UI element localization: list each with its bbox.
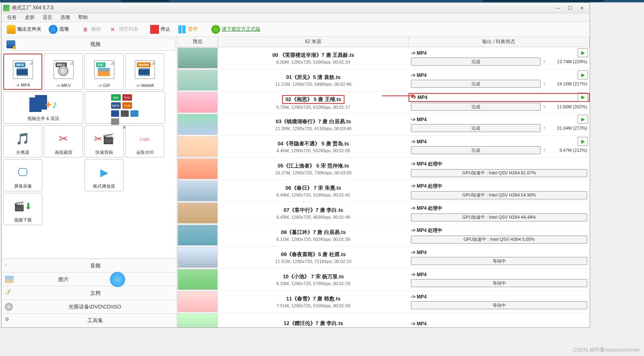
table-row[interactable]: 11《春雪》7 唐 韩愈.ts7.51M, 1280x720, 515Kbps,…	[177, 291, 590, 313]
output-format: -> MP4 处理中	[411, 205, 587, 212]
close-button[interactable]: ✕	[576, 4, 588, 12]
format-merge[interactable]: +♪视频合并 & 混流	[3, 91, 83, 124]
menu-help[interactable]: 帮助	[75, 14, 91, 21]
options-button[interactable]: 选项	[46, 24, 72, 35]
background-decoration	[0, 0, 644, 2]
table-row[interactable]: 00 《芙蓉楼送辛渐》7 唐 王昌龄.ts6.00M, 1280x720, 52…	[177, 47, 590, 69]
options-icon	[49, 25, 58, 34]
play-button[interactable]: ▶	[578, 48, 588, 57]
format-mp4[interactable]: MP4-> MP4	[3, 54, 42, 90]
pause-icon	[178, 25, 186, 34]
format-avi[interactable]: AVIFLVMOVVOB-> AVI WMV MPG ....	[85, 91, 165, 124]
thumbnail	[178, 48, 218, 68]
col-status[interactable]: 输出 / 转换状态	[409, 37, 590, 47]
format-quickcut[interactable]: ✂🎬快速剪辑	[85, 125, 124, 157]
table-row[interactable]: 01《所见》5 清 袁枚.ts11.12M, 1280x720, 548Kbps…	[177, 69, 590, 91]
output-format: -> MP4	[411, 50, 587, 56]
thumbnail	[178, 70, 218, 91]
source-cell: 04《寻隐者不遇》 5 唐 贾岛.ts4.45M, 1280x720, 552K…	[218, 136, 409, 157]
table-row[interactable]: 10《小池》 7 宋 杨万里.ts6.33M, 1280x720, 576Kbp…	[177, 269, 590, 291]
video-icon	[6, 40, 15, 48]
category-video-header[interactable]: 视频	[3, 38, 175, 51]
menu-lang[interactable]: 语言	[39, 14, 56, 21]
table-row[interactable]: 06《春日》 7 宋 朱熹.ts6.49M, 1280x720, 518Kbps…	[177, 180, 590, 202]
format-crop[interactable]: ✂画面裁剪	[44, 125, 83, 157]
format-watermark[interactable]: Logo去除水印	[125, 125, 164, 157]
column-headers: 预览 62 来源 输出 / 转换状态	[177, 37, 590, 47]
table-row[interactable]: 03《钱塘湖春行》7 唐 白居易.ts11.39M, 1280x720, 411…	[177, 114, 590, 136]
size-info: 9.47M (212%)	[548, 148, 587, 153]
thumbnail	[178, 114, 218, 135]
progress-bar: GPU加速中 : Intel QSV H264 81.67%	[411, 169, 587, 177]
play-button[interactable]: ▶	[578, 70, 588, 79]
file-info: 11.51M, 1280x720, 721Kbps, 00:02:10	[275, 259, 352, 264]
status-cell: -> MP4 处理中GPU加速中 : Intel QSV H264 81.67%	[409, 158, 590, 180]
format-separator[interactable]: 🎵分离器	[3, 125, 42, 157]
category-tools[interactable]: ⚙工具集	[2, 314, 177, 327]
play-button[interactable]: ▶	[578, 93, 588, 101]
menu-task[interactable]: 任务	[4, 14, 20, 21]
stop-icon	[150, 25, 159, 34]
download-link[interactable]: 请下载官方正式版	[208, 24, 263, 35]
thumbnail	[178, 247, 218, 268]
size-info: 13.74M (228%)	[548, 59, 587, 64]
progress-bar: GPU加速中 : Intel QSV H264 54.90%	[411, 191, 587, 199]
source-cell: 00 《芙蓉楼送辛渐》7 唐 王昌龄.ts6.00M, 1280x720, 52…	[218, 47, 409, 69]
upload-icon: ↑	[543, 59, 545, 64]
format-download[interactable]: 🎬⬇视频下载	[3, 193, 42, 225]
table-row[interactable]: 05《江上渔者》 5 宋 范仲淹.ts16.27M, 1280x720, 738…	[177, 158, 590, 180]
toolbar: 输出文件夹 选项 🗎移除 ✕清空列表 停止 暂停 请下载官方正式版	[2, 22, 590, 37]
progress-bar: 等待中	[411, 279, 587, 287]
pause-button[interactable]: 暂停	[175, 24, 200, 35]
source-cell: 06《春日》 7 宋 朱熹.ts6.49M, 1280x720, 518Kbps…	[218, 180, 409, 202]
table-row[interactable]: 04《寻隐者不遇》 5 唐 贾岛.ts4.45M, 1280x720, 552K…	[177, 136, 590, 158]
category-disc[interactable]: 光驱设备\DVD\CD\ISO	[2, 300, 177, 314]
watermark: CSDN @阿夏reasonsummer	[573, 346, 640, 354]
category-doc[interactable]: 📝文档	[2, 286, 177, 300]
table-row[interactable]: 02《相思》 5 唐 王维.ts5.75M, 1280x720, 610Kbps…	[177, 91, 590, 114]
upload-icon: ↑	[543, 104, 545, 110]
format-grid: MP4-> MP4 MKV-> MKV GIF-> GIF WebM-> Web…	[2, 52, 177, 227]
remove-button[interactable]: 🗎移除	[78, 24, 104, 35]
category-audio[interactable]: ♪音频	[2, 259, 177, 273]
status-cell: ▶-> MP4完成↑9.47M (212%)	[409, 136, 590, 157]
source-cell: 10《小池》 7 宋 杨万里.ts6.33M, 1280x720, 576Kbp…	[218, 269, 409, 290]
clear-button[interactable]: ✕清空列表	[105, 24, 141, 35]
format-screenrec[interactable]: 🖵屏幕录像	[3, 159, 42, 191]
menu-options[interactable]: 选项	[57, 14, 73, 21]
status-cell: -> MP4 处理中GPU加速中 : Intel QSV H264 44.44%	[409, 202, 590, 224]
table-row[interactable]: 07《客中行》7 唐 李白.ts6.43M, 1280x720, 483Kbps…	[177, 202, 590, 224]
format-player[interactable]: ▶格式播放器	[85, 159, 124, 191]
col-preview[interactable]: 预览	[177, 37, 218, 47]
file-title: 12《赠汪伦》7 唐 李白.ts	[283, 320, 343, 327]
table-row[interactable]: 08《暮江吟》7 唐 白居易.ts6.11M, 1280x720, 502Kbp…	[177, 224, 590, 246]
format-mkv[interactable]: MKV-> MKV	[44, 54, 83, 90]
source-cell: 02《相思》 5 唐 王维.ts5.75M, 1280x720, 610Kbps…	[218, 91, 409, 113]
file-title: 08《暮江吟》7 唐 白居易.ts	[281, 229, 346, 236]
file-info: 16.27M, 1280x720, 738Kbps, 00:03:00	[275, 170, 352, 175]
category-image[interactable]: 图片	[2, 273, 177, 286]
col-source[interactable]: 62 来源	[218, 37, 409, 47]
table-row[interactable]: 09《春夜喜雨》5 唐 杜甫.ts11.51M, 1280x720, 721Kb…	[177, 246, 590, 269]
format-webm[interactable]: WebM-> WebM	[125, 54, 164, 90]
play-button[interactable]: ▶	[578, 137, 588, 146]
play-button[interactable]: ▶	[578, 115, 588, 124]
gear-icon: ⚙	[5, 317, 14, 325]
output-format: -> MP4 处理中	[411, 227, 587, 234]
file-info: 11.39M, 1280x720, 411Kbps, 00:03:46	[275, 126, 352, 131]
source-cell: 12《赠汪伦》7 唐 李白.ts	[218, 313, 409, 327]
output-folder-button[interactable]: 输出文件夹	[4, 24, 44, 35]
minimize-button[interactable]: —	[552, 4, 564, 12]
status-cell: ▶-> MP4完成↑31.04M (272%)	[409, 114, 590, 135]
maximize-button[interactable]: ☐	[564, 4, 576, 12]
menu-skin[interactable]: 皮肤	[22, 14, 38, 21]
table-row[interactable]: 12《赠汪伦》7 唐 李白.ts-> MP4	[177, 313, 590, 327]
app-icon	[3, 5, 10, 11]
stop-button[interactable]: 停止	[147, 24, 173, 35]
conversion-list[interactable]: 00 《芙蓉楼送辛渐》7 唐 王昌龄.ts6.00M, 1280x720, 52…	[177, 47, 590, 327]
remove-icon: 🗎	[81, 25, 90, 34]
status-cell: -> MP4 处理中GPU加速中 : Intel QSV H264 5.05%	[409, 224, 590, 246]
file-title: 00 《芙蓉楼送辛渐》7 唐 王昌龄.ts	[272, 52, 355, 59]
upload-icon: ↑	[543, 81, 545, 87]
format-gif[interactable]: GIF-> GIF	[85, 54, 124, 90]
